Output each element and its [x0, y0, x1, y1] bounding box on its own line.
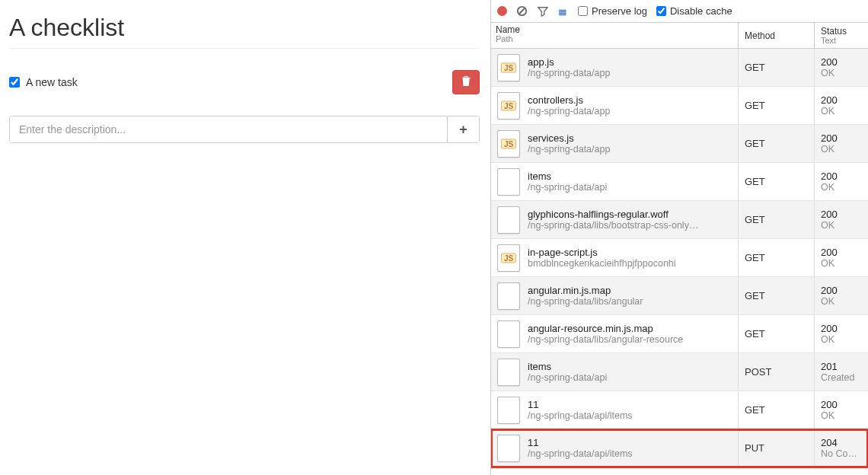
cell-name: 11 /ng-spring-data/api/items: [491, 391, 739, 429]
request-name: angular-resource.min.js.map: [528, 323, 683, 334]
list-icon: ≣: [558, 6, 569, 17]
file-icon: [497, 282, 520, 310]
cell-status: 200 OK: [815, 277, 868, 314]
file-icon: [497, 130, 520, 158]
cell-status: 204 No Co…: [815, 429, 868, 467]
status-code: 200: [821, 399, 868, 410]
clear-button[interactable]: [516, 5, 528, 17]
file-icon: [497, 359, 520, 386]
request-method: GET: [745, 100, 765, 111]
request-name: in-page-script.js: [528, 247, 676, 258]
request-name: controllers.js: [528, 94, 610, 106]
disable-cache-checkbox[interactable]: [656, 6, 666, 16]
network-row[interactable]: items /ng-spring-data/api POST 201 Creat…: [491, 353, 868, 391]
disable-cache-label: Disable cache: [670, 5, 732, 17]
column-method-label: Method: [745, 30, 775, 41]
column-method[interactable]: Method: [739, 23, 815, 48]
network-row[interactable]: controllers.js /ng-spring-data/app GET 2…: [491, 87, 868, 125]
request-method: GET: [745, 252, 765, 263]
network-row[interactable]: angular-resource.min.js.map /ng-spring-d…: [491, 315, 868, 353]
request-name: angular.min.js.map: [528, 285, 643, 296]
view-toggle-button[interactable]: ≣: [557, 5, 569, 17]
cell-method: GET: [739, 239, 815, 276]
network-row[interactable]: in-page-script.js bmdblncegkenkacieihfhp…: [491, 239, 868, 277]
task-row: A new task: [9, 70, 480, 94]
column-status[interactable]: Status Text: [815, 23, 868, 48]
preserve-log-label: Preserve log: [592, 5, 647, 17]
request-name: items: [528, 361, 607, 372]
network-row[interactable]: items /ng-spring-data/api GET 200 OK: [491, 163, 868, 201]
status-code: 200: [821, 209, 868, 220]
cell-name: items /ng-spring-data/api: [491, 163, 739, 200]
task-item[interactable]: A new task: [9, 76, 452, 88]
request-path: /ng-spring-data/app: [528, 68, 610, 78]
cell-method: POST: [739, 353, 815, 391]
devtools-toolbar: ≣ Preserve log Disable cache: [491, 0, 868, 23]
column-text-label: Text: [821, 36, 862, 45]
cell-status: 200 OK: [815, 201, 868, 238]
status-text: No Co…: [821, 448, 868, 459]
task-checkbox[interactable]: [9, 77, 20, 88]
status-text: OK: [821, 106, 868, 116]
cell-method: GET: [739, 315, 815, 352]
cell-name: in-page-script.js bmdblncegkenkacieihfhp…: [491, 239, 739, 276]
request-method: GET: [745, 290, 765, 301]
request-name: 11: [528, 399, 633, 410]
network-row[interactable]: glyphicons-halflings-regular.woff /ng-sp…: [491, 201, 868, 239]
status-text: OK: [821, 220, 868, 231]
status-code: 200: [821, 171, 868, 182]
file-icon: [497, 397, 520, 424]
preserve-log-toggle[interactable]: Preserve log: [578, 5, 647, 17]
add-task-row: +: [9, 116, 480, 143]
request-method: GET: [745, 176, 765, 187]
file-icon: [497, 54, 520, 81]
file-icon: [497, 244, 520, 272]
filter-button[interactable]: [537, 5, 548, 17]
file-icon: [497, 206, 520, 234]
cell-method: GET: [739, 391, 815, 429]
status-code: 204: [821, 437, 868, 448]
request-path: /ng-spring-data/api/items: [528, 410, 633, 421]
cell-status: 200 OK: [815, 87, 868, 124]
cell-name: 11 /ng-spring-data/api/items: [491, 429, 739, 467]
record-button[interactable]: [497, 6, 507, 16]
description-input[interactable]: [10, 116, 447, 142]
request-path: /ng-spring-data/app: [528, 144, 610, 155]
cell-method: GET: [739, 87, 815, 124]
cell-status: 200 OK: [815, 315, 868, 352]
network-row[interactable]: app.js /ng-spring-data/app GET 200 OK: [491, 49, 868, 87]
cell-name: services.js /ng-spring-data/app: [491, 125, 739, 162]
file-icon: [497, 435, 520, 462]
network-row[interactable]: angular.min.js.map /ng-spring-data/libs/…: [491, 277, 868, 315]
file-icon: [497, 168, 520, 196]
cell-name: app.js /ng-spring-data/app: [491, 49, 739, 86]
disable-cache-toggle[interactable]: Disable cache: [656, 5, 732, 17]
cell-method: GET: [739, 163, 815, 200]
cell-name: items /ng-spring-data/api: [491, 353, 739, 391]
cell-method: GET: [739, 201, 815, 238]
request-path: /ng-spring-data/app: [528, 106, 610, 116]
request-path: /ng-spring-data/libs/bootstrap-css-only…: [528, 220, 698, 231]
cell-name: controllers.js /ng-spring-data/app: [491, 87, 739, 124]
delete-button[interactable]: [452, 70, 480, 94]
cell-status: 201 Created: [815, 353, 868, 391]
status-text: OK: [821, 410, 868, 421]
network-table-header: Name Path Method Status Text: [491, 23, 868, 49]
request-path: /ng-spring-data/api: [528, 182, 607, 193]
status-text: OK: [821, 182, 868, 193]
status-text: OK: [821, 144, 868, 155]
add-button[interactable]: +: [447, 116, 479, 142]
request-path: /ng-spring-data/api: [528, 372, 607, 383]
network-row[interactable]: 11 /ng-spring-data/api/items GET 200 OK: [491, 391, 868, 429]
cell-method: GET: [739, 277, 815, 314]
cell-method: GET: [739, 125, 815, 162]
network-row[interactable]: services.js /ng-spring-data/app GET 200 …: [491, 125, 868, 163]
cell-status: 200 OK: [815, 391, 868, 429]
status-code: 200: [821, 132, 868, 144]
preserve-log-checkbox[interactable]: [578, 6, 588, 16]
network-row[interactable]: 11 /ng-spring-data/api/items PUT 204 No …: [491, 429, 868, 467]
request-method: GET: [745, 328, 765, 340]
checklist-app: A checklist A new task +: [0, 0, 491, 475]
devtools-network-panel: ≣ Preserve log Disable cache Name Path M…: [491, 0, 868, 475]
column-name[interactable]: Name Path: [491, 23, 739, 48]
